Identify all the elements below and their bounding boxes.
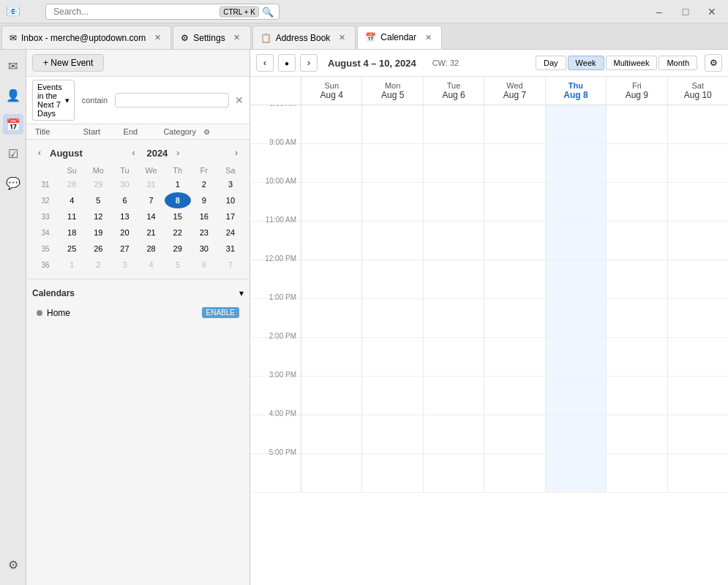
mini-cal-day[interactable]: 5: [165, 257, 191, 273]
view-month-button[interactable]: Month: [658, 56, 697, 70]
cal-view-settings-button[interactable]: ⚙: [705, 54, 722, 72]
calendars-header[interactable]: Calendars ▾: [32, 285, 244, 301]
day-cell[interactable]: [546, 338, 607, 376]
mini-cal-day[interactable]: 17: [217, 208, 244, 224]
mini-cal-next-year[interactable]: ›: [170, 146, 185, 160]
day-cell[interactable]: [546, 105, 607, 143]
day-cell[interactable]: [301, 222, 362, 260]
sidebar-collapse-button[interactable]: ↙: [3, 582, 23, 585]
day-cell[interactable]: [424, 377, 484, 415]
mini-cal-day[interactable]: 7: [138, 192, 165, 208]
mini-cal-day[interactable]: 19: [85, 224, 111, 241]
day-cell[interactable]: [362, 377, 423, 415]
close-button[interactable]: ✕: [702, 4, 722, 19]
day-cell[interactable]: [668, 377, 728, 415]
day-cell[interactable]: [301, 183, 362, 221]
day-cell[interactable]: [668, 260, 728, 298]
day-cell[interactable]: [546, 415, 607, 453]
day-cell[interactable]: [546, 454, 607, 492]
mini-cal-day[interactable]: 13: [111, 208, 138, 224]
day-cell[interactable]: [362, 415, 423, 453]
cal-today-button[interactable]: ●: [278, 54, 296, 72]
settings-tab-close[interactable]: ✕: [231, 32, 243, 44]
day-cell[interactable]: [668, 299, 728, 337]
day-cell[interactable]: [484, 260, 545, 298]
day-cell[interactable]: [546, 260, 607, 298]
new-event-button[interactable]: + New Event: [32, 54, 104, 72]
day-cell[interactable]: [668, 338, 728, 376]
mini-cal-day[interactable]: 9: [191, 192, 217, 208]
day-cell[interactable]: [484, 415, 545, 453]
day-cell[interactable]: [668, 415, 728, 453]
day-cell[interactable]: [301, 260, 362, 298]
day-cell[interactable]: [362, 183, 423, 221]
calendar-tab-close[interactable]: ✕: [422, 31, 434, 43]
day-cell[interactable]: [484, 222, 545, 260]
mini-cal-day[interactable]: 12: [85, 208, 111, 224]
day-cell[interactable]: [607, 299, 667, 337]
day-cell[interactable]: [362, 299, 423, 337]
day-cell[interactable]: [546, 377, 607, 415]
filter-clear-button[interactable]: ✕: [235, 94, 244, 106]
mini-cal-prev-month[interactable]: ‹: [32, 146, 47, 160]
mini-cal-day[interactable]: 6: [111, 192, 138, 208]
mini-cal-day[interactable]: 5: [85, 192, 111, 208]
day-cell[interactable]: [301, 415, 362, 453]
mini-cal-day[interactable]: 11: [59, 208, 85, 224]
mini-cal-day[interactable]: 31: [217, 241, 244, 257]
day-cell[interactable]: [484, 105, 545, 143]
day-cell[interactable]: [484, 338, 545, 376]
filter-search-input[interactable]: [115, 93, 229, 107]
mini-cal-day[interactable]: 30: [191, 241, 217, 257]
tab-calendar[interactable]: 📅 Calendar ✕: [357, 26, 442, 49]
day-cell[interactable]: [607, 260, 667, 298]
day-cell[interactable]: [607, 105, 667, 143]
day-cell[interactable]: [607, 454, 667, 492]
mini-cal-day[interactable]: 25: [59, 241, 85, 257]
mini-cal-day[interactable]: 15: [165, 208, 191, 224]
day-cell[interactable]: [607, 222, 667, 260]
day-cell[interactable]: [484, 144, 545, 182]
mini-cal-day[interactable]: 18: [59, 224, 85, 241]
tab-settings[interactable]: ⚙ Settings ✕: [173, 26, 250, 49]
day-cell[interactable]: [301, 299, 362, 337]
day-cell[interactable]: [484, 299, 545, 337]
day-cell[interactable]: [607, 144, 667, 182]
mini-cal-day[interactable]: 27: [111, 241, 138, 257]
mini-cal-day[interactable]: 7: [217, 257, 244, 273]
view-day-button[interactable]: Day: [536, 56, 566, 70]
mini-cal-day[interactable]: 4: [138, 257, 165, 273]
mini-cal-day[interactable]: 4: [59, 192, 85, 208]
day-cell[interactable]: [362, 260, 423, 298]
mini-cal-day[interactable]: 3: [217, 176, 244, 192]
day-cell[interactable]: [424, 144, 484, 182]
minimize-button[interactable]: –: [649, 4, 669, 19]
day-cell[interactable]: [424, 222, 484, 260]
filter-dropdown[interactable]: Events in the Next 7 Days ▾: [32, 80, 75, 121]
sidebar-chat-button[interactable]: 💬: [3, 173, 23, 193]
mini-cal-day[interactable]: 20: [111, 224, 138, 241]
mini-cal-day[interactable]: 3: [111, 257, 138, 273]
day-cell[interactable]: [424, 415, 484, 453]
addressbook-tab-close[interactable]: ✕: [336, 32, 348, 44]
mini-cal-day[interactable]: 2: [85, 257, 111, 273]
day-cell[interactable]: [424, 105, 484, 143]
day-cell[interactable]: [301, 338, 362, 376]
mini-cal-day[interactable]: 2: [191, 176, 217, 192]
view-week-button[interactable]: Week: [568, 56, 604, 70]
day-cell[interactable]: [301, 105, 362, 143]
mini-cal-day[interactable]: 10: [217, 192, 244, 208]
inbox-tab-close[interactable]: ✕: [151, 32, 163, 44]
mini-cal-day[interactable]: 31: [138, 176, 165, 192]
mini-cal-day[interactable]: 1: [165, 176, 191, 192]
day-cell[interactable]: [362, 222, 423, 260]
sidebar-mail-button[interactable]: ✉: [3, 56, 23, 76]
mini-cal-day[interactable]: 26: [85, 241, 111, 257]
day-cell[interactable]: [484, 377, 545, 415]
day-cell[interactable]: [668, 144, 728, 182]
mini-cal-day[interactable]: 1: [59, 257, 85, 273]
mini-cal-day[interactable]: 14: [138, 208, 165, 224]
day-cell[interactable]: [607, 377, 667, 415]
mini-cal-day[interactable]: 28: [138, 241, 165, 257]
mini-cal-prev-year[interactable]: ‹: [126, 146, 140, 160]
